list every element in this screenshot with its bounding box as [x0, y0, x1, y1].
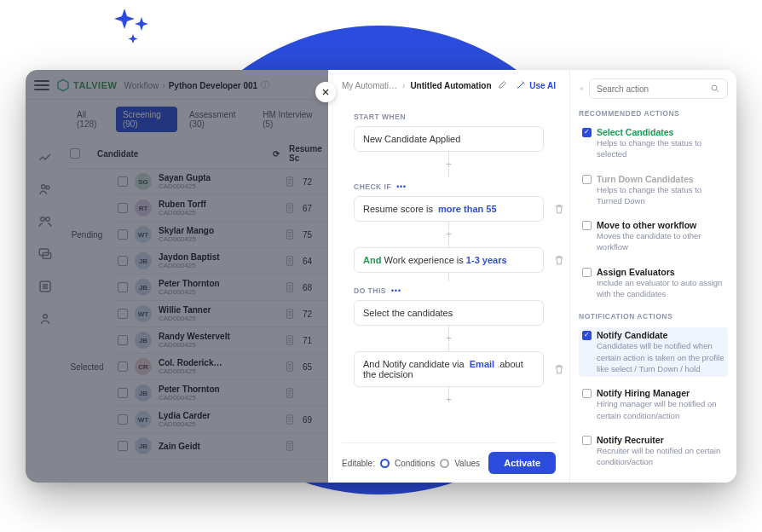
- action-item[interactable]: Notify RecruiterRecruiter will be notifi…: [579, 432, 728, 471]
- action-checkbox[interactable]: [582, 128, 592, 137]
- candidate-name: Peter Thornton: [159, 279, 277, 288]
- document-icon[interactable]: [284, 202, 296, 214]
- candidate-row[interactable]: JBRandy WesterveltCAD00042571: [113, 327, 328, 354]
- action-block-1[interactable]: Select the candidates: [354, 300, 544, 326]
- candidate-row[interactable]: PendingWTSkylar MangoCAD00042575: [113, 222, 328, 248]
- candidate-row[interactable]: JBJaydon BaptistCAD00042564: [113, 248, 328, 275]
- start-when-label: START WHEN: [354, 113, 556, 121]
- row-checkbox[interactable]: [118, 388, 128, 398]
- trigger-block[interactable]: New Candidate Applied: [354, 126, 544, 152]
- team-icon[interactable]: [38, 214, 53, 229]
- candidate-name: Skylar Mango: [159, 226, 277, 235]
- candidate-row[interactable]: WTLydia CarderCAD00042569: [113, 407, 328, 433]
- radio-values[interactable]: [440, 459, 449, 468]
- action-description: Moves the candidate to other workflow: [597, 230, 724, 253]
- condition-block-1[interactable]: Resume score is more than 55: [354, 196, 544, 222]
- chat-icon[interactable]: [38, 246, 53, 262]
- document-icon[interactable]: [284, 440, 296, 452]
- candidate-id: CAD000425: [159, 262, 277, 269]
- delete-icon[interactable]: [553, 254, 565, 266]
- search-icon: [710, 84, 720, 94]
- action-item[interactable]: Notify Hiring ManagerHiring manager will…: [579, 385, 728, 424]
- delete-icon[interactable]: [553, 203, 565, 215]
- row-checkbox[interactable]: [118, 309, 128, 319]
- action-description: Recruiter will be notified on certain co…: [597, 445, 724, 468]
- document-icon[interactable]: [284, 361, 296, 373]
- action-checkbox[interactable]: [582, 268, 592, 277]
- candidate-row[interactable]: SGSayan GuptaCAD00042572: [113, 169, 328, 195]
- edit-icon[interactable]: [497, 80, 507, 90]
- notification-actions-heading: NOTIFICATION ACTIONS: [579, 312, 728, 321]
- check-if-label: CHECK IF •••: [354, 182, 556, 191]
- select-all-checkbox[interactable]: [70, 148, 80, 159]
- candidate-row[interactable]: JBPeter ThorntonCAD000425: [113, 380, 328, 407]
- radio-conditions[interactable]: [380, 459, 390, 468]
- row-checkbox[interactable]: [118, 256, 128, 266]
- action-description: Hiring manager will be notified on certa…: [597, 398, 724, 421]
- action-description: Candidates will be notified when certain…: [597, 340, 724, 374]
- delete-icon[interactable]: [553, 363, 565, 375]
- tab-all[interactable]: All (128): [70, 107, 111, 132]
- candidate-id: CAD000425: [159, 420, 277, 428]
- row-checkbox[interactable]: [118, 176, 128, 187]
- candidate-row[interactable]: SelectedCRCol. Roderick…CAD00042565: [113, 354, 328, 380]
- analytics-icon[interactable]: [38, 149, 53, 165]
- candidate-id: CAD000425: [159, 182, 277, 190]
- search-action-input[interactable]: [589, 78, 728, 99]
- row-checkbox[interactable]: [118, 282, 128, 292]
- status-label: Selected: [65, 362, 109, 372]
- row-checkbox[interactable]: [118, 203, 128, 213]
- avatar: JB: [135, 332, 152, 349]
- candidate-row[interactable]: JBPeter ThorntonCAD00042568: [113, 275, 328, 301]
- expand-icon[interactable]: [579, 86, 584, 91]
- action-checkbox[interactable]: [582, 221, 592, 230]
- tab-assessment[interactable]: Assessment (30): [182, 107, 251, 132]
- action-checkbox[interactable]: [582, 331, 592, 340]
- document-icon[interactable]: [284, 176, 296, 188]
- action-checkbox[interactable]: [582, 389, 592, 398]
- do-this-label: DO THIS •••: [354, 286, 556, 295]
- svg-point-4: [46, 217, 50, 222]
- activate-button[interactable]: Activate: [488, 452, 556, 474]
- document-icon[interactable]: [284, 334, 296, 346]
- svg-point-20: [712, 85, 717, 90]
- action-item[interactable]: Turn Down CandidatesHelps to change the …: [579, 171, 728, 210]
- candidate-name: Randy Westervelt: [159, 332, 277, 341]
- candidate-row[interactable]: RTRuben TorffCAD00042567: [113, 195, 328, 222]
- action-checkbox[interactable]: [582, 436, 592, 445]
- action-item[interactable]: Select CandidatesHelps to change the sta…: [579, 124, 728, 163]
- tab-interview[interactable]: HM Interview (5): [256, 107, 323, 132]
- document-icon[interactable]: [284, 281, 296, 293]
- svg-point-8: [43, 315, 48, 319]
- document-icon[interactable]: [284, 255, 296, 267]
- row-checkbox[interactable]: [118, 335, 128, 345]
- action-item[interactable]: Notify CandidateCandidates will be notif…: [579, 327, 728, 377]
- resume-score: 67: [303, 204, 323, 213]
- use-ai-button[interactable]: Use AI: [516, 80, 556, 90]
- action-item[interactable]: Move to other workflowMoves the candidat…: [579, 217, 728, 256]
- list-icon[interactable]: [38, 279, 53, 294]
- status-label: Pending: [65, 230, 109, 240]
- document-icon[interactable]: [284, 413, 296, 425]
- action-item[interactable]: Assign EvaluatorsInclude an evaluator to…: [579, 264, 728, 303]
- condition-block-2[interactable]: And Work experience is 1-3 years: [354, 247, 544, 273]
- action-block-2[interactable]: And Notify candidate via Email about the…: [354, 351, 544, 387]
- document-icon[interactable]: [284, 308, 296, 320]
- document-icon[interactable]: [284, 228, 296, 240]
- action-checkbox[interactable]: [582, 175, 592, 184]
- avatar: SG: [135, 173, 152, 190]
- row-checkbox[interactable]: [118, 361, 128, 372]
- document-icon[interactable]: [284, 387, 296, 399]
- close-icon: [320, 87, 331, 97]
- candidate-row[interactable]: WTWillie TannerCAD00042572: [113, 301, 328, 327]
- person-icon[interactable]: [38, 311, 53, 327]
- candidate-row[interactable]: JBZain Geidt: [113, 433, 328, 460]
- candidate-id: CAD000425: [159, 235, 277, 243]
- menu-icon[interactable]: [34, 80, 49, 90]
- row-checkbox[interactable]: [118, 414, 128, 425]
- row-checkbox[interactable]: [118, 441, 128, 451]
- close-button[interactable]: [315, 82, 336, 102]
- tab-screening[interactable]: Screening (90): [116, 107, 177, 132]
- users-icon[interactable]: [38, 182, 53, 197]
- row-checkbox[interactable]: [118, 229, 128, 240]
